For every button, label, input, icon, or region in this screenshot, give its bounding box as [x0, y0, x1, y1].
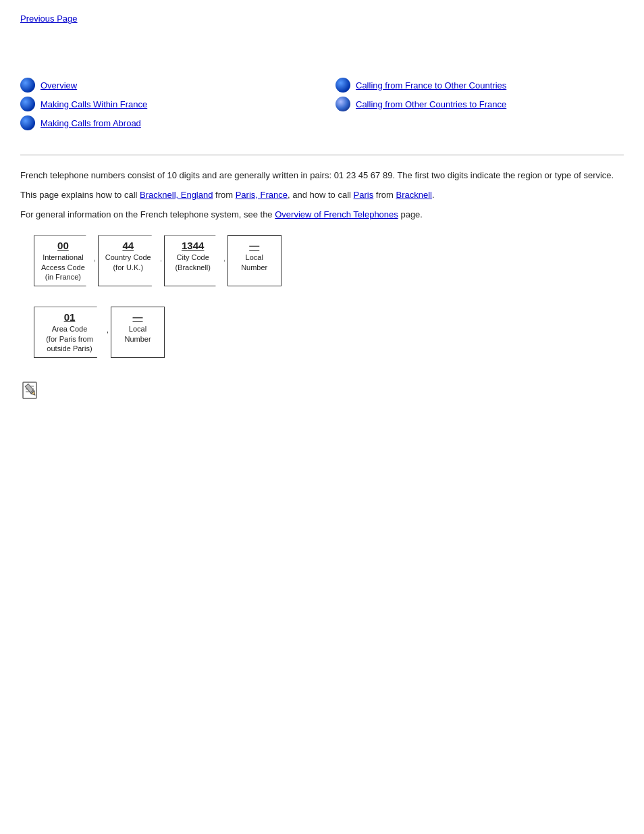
nav-right-col: Calling from France to Other Countries C… — [336, 78, 624, 134]
para2-mid2: and how to call — [292, 190, 353, 200]
code-local-2: — — [118, 311, 157, 323]
diagram-box-1344: 1344 City Code(Bracknell) — [164, 235, 225, 286]
diagram-box-local-2: — LocalNumber — [111, 307, 165, 358]
para2-end: from — [376, 190, 396, 200]
nav-grid: Overview Making Calls Within France Maki… — [20, 71, 624, 141]
paragraph-2: This page explains how to call Bracknell… — [20, 188, 624, 203]
nav-link-within-france[interactable]: Making Calls Within France — [41, 99, 147, 109]
code-1344: 1344 — [171, 240, 215, 251]
bullet-sphere-1 — [20, 78, 35, 93]
para2-pre: This page explains how to call — [20, 190, 140, 200]
paragraph-3: For general information on the French te… — [20, 208, 624, 222]
desc-local-1: LocalNumber — [241, 253, 267, 271]
nav-link-to-other-countries[interactable]: Calling from France to Other Countries — [356, 80, 506, 90]
diagram-bracknell-from-paris: 00 InternationalAccess Code(in France) 4… — [34, 235, 624, 286]
nav-link-overview[interactable]: Overview — [41, 80, 77, 90]
diagram-paris-from-bracknell: 01 Area Code(for Paris fromoutside Paris… — [34, 307, 624, 358]
desc-00: InternationalAccess Code(in France) — [41, 253, 85, 281]
code-01: 01 — [41, 311, 98, 323]
diagram-box-44: 44 Country Code(for U.K.) — [98, 235, 161, 286]
diagram-box-00: 00 InternationalAccess Code(in France) — [34, 235, 95, 286]
desc-local-2: LocalNumber — [124, 325, 151, 342]
nav-link-from-abroad[interactable]: Making Calls from Abroad — [41, 118, 141, 128]
nav-link-from-other-countries[interactable]: Calling from Other Countries to France — [356, 99, 506, 109]
para2-mid1: from — [215, 190, 236, 200]
desc-44: Country Code(for U.K.) — [105, 253, 151, 271]
desc-01: Area Code(for Paris fromoutside Paris) — [46, 325, 93, 353]
bullet-sphere-5 — [336, 97, 350, 111]
diagram-box-local-1: — LocalNumber — [227, 235, 281, 286]
bullet-sphere-4 — [336, 78, 350, 93]
main-content: French telephone numbers consist of 10 d… — [20, 169, 624, 221]
link-bracknell[interactable]: Bracknell, England — [140, 190, 213, 200]
bullet-sphere-2 — [20, 97, 35, 111]
nav-item-4: Calling from France to Other Countries — [336, 78, 624, 93]
nav-item-3: Making Calls from Abroad — [20, 115, 308, 130]
diagram-box-01: 01 Area Code(for Paris fromoutside Paris… — [34, 307, 108, 358]
link-bracknell2[interactable]: Bracknell — [396, 190, 431, 200]
desc-1344: City Code(Bracknell) — [175, 253, 211, 271]
nav-item-5: Calling from Other Countries to France — [336, 97, 624, 111]
note-section — [20, 378, 624, 405]
para2-period: . — [432, 190, 435, 200]
paragraph-1: French telephone numbers consist of 10 d… — [20, 169, 624, 183]
nav-item-1: Overview — [20, 78, 308, 93]
bullet-sphere-3 — [20, 115, 35, 130]
link-overview[interactable]: Overview of French Telephones — [275, 209, 398, 219]
para3-pre: For general information on the French te… — [20, 209, 275, 219]
code-44: 44 — [105, 240, 151, 251]
link-paris2[interactable]: Paris — [354, 190, 374, 200]
nav-item-2: Making Calls Within France — [20, 97, 308, 111]
code-local-1: — — [235, 240, 274, 251]
back-link[interactable]: Previous Page — [20, 14, 78, 24]
nav-left-col: Overview Making Calls Within France Maki… — [20, 78, 308, 134]
note-icon — [20, 378, 45, 402]
para3-post: page. — [400, 209, 423, 219]
section-divider — [20, 155, 624, 155]
link-paris[interactable]: Paris, France — [236, 190, 288, 200]
code-00: 00 — [41, 240, 85, 251]
